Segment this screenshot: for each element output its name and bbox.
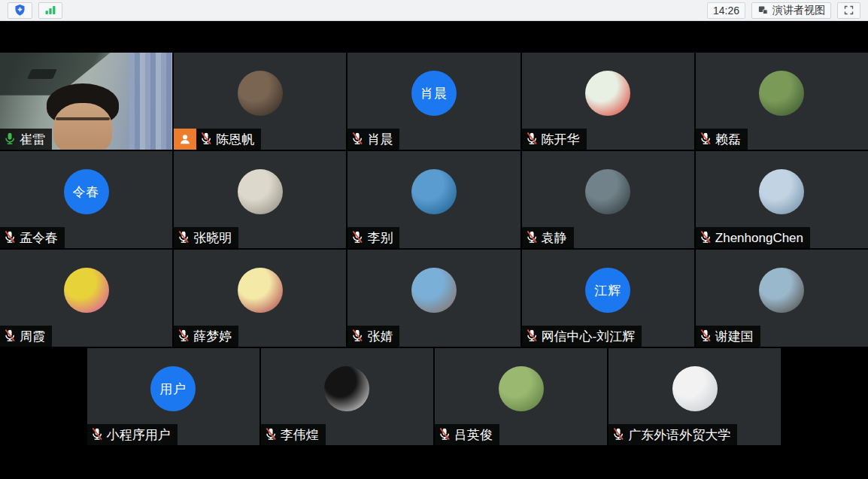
speaker-view-label: 演讲者视图: [772, 4, 825, 17]
participant-name: 广东外语外贸大学: [628, 429, 730, 441]
participant-label: 张婧: [348, 326, 399, 347]
participant-label: 谢建国: [696, 326, 760, 347]
participant-name: 吕英俊: [454, 429, 493, 441]
initials-avatar: 江辉: [585, 268, 630, 313]
participant-tile[interactable]: 用户小程序用户: [87, 348, 259, 445]
participant-tile[interactable]: 张晓明: [174, 151, 346, 248]
participant-label-row: 吕英俊: [435, 424, 499, 445]
fullscreen-button[interactable]: [837, 2, 860, 19]
network-signal-button[interactable]: [38, 2, 62, 19]
participant-name: 李伟煌: [281, 429, 319, 441]
participant-label-row: 张晓明: [174, 227, 238, 248]
mic-muted-icon: [199, 132, 213, 147]
photo-avatar: [585, 71, 630, 116]
mic-muted-icon: [351, 329, 364, 344]
participant-label: 孟令春: [0, 227, 65, 248]
mic-muted-icon: [3, 230, 17, 246]
participant-label: 崔雷: [0, 129, 52, 150]
mic-muted-icon: [177, 329, 190, 344]
participant-tile[interactable]: 周霞: [0, 250, 172, 347]
participant-label: 陈开华: [522, 129, 587, 150]
photo-avatar: [499, 366, 544, 411]
speaker-view-button[interactable]: 演讲者视图: [751, 2, 831, 19]
security-shield-button[interactable]: [8, 2, 32, 19]
participant-tile[interactable]: 薛梦婷: [174, 250, 346, 347]
topbar: 14:26 演讲者视图: [0, 0, 868, 21]
participant-label-row: 广东外语外贸大学: [609, 424, 737, 445]
participant-tile[interactable]: 谢建国: [696, 250, 868, 347]
participant-name: 薛梦婷: [193, 330, 232, 343]
participant-name: 陈恩帆: [216, 133, 254, 146]
photo-avatar: [759, 268, 804, 313]
photo-avatar: [411, 169, 457, 214]
mic-muted-icon: [525, 132, 539, 147]
participant-tile[interactable]: 广东外语外贸大学: [609, 348, 781, 445]
participant-label-row: 谢建国: [696, 326, 760, 347]
participant-tile[interactable]: 江辉网信中心-刘江辉: [522, 250, 694, 347]
participant-label: 袁静: [522, 227, 574, 248]
participant-name: 李别: [367, 232, 393, 244]
photo-avatar: [238, 268, 283, 313]
video-grid: 崔雷陈恩帆肖晨肖晨陈开华赖磊令春孟令春张晓明李别袁静ZhenhongChen周霞…: [0, 53, 868, 445]
participant-label: ZhenhongChen: [696, 227, 810, 248]
participant-tile[interactable]: 崔雷: [0, 53, 172, 150]
participant-label: 薛梦婷: [174, 326, 238, 347]
photo-avatar: [759, 169, 804, 214]
participant-label-row: 陈开华: [522, 129, 587, 150]
participant-name: 张婧: [367, 330, 393, 343]
meeting-window: 14:26 演讲者视图 崔雷陈恩帆肖晨肖晨陈开华赖磊令: [0, 0, 868, 479]
participant-label-row: 孟令春: [0, 227, 65, 248]
participant-tile[interactable]: 赖磊: [696, 53, 868, 150]
participant-tile[interactable]: ZhenhongChen: [696, 151, 868, 248]
participant-label: 李别: [348, 227, 399, 248]
participant-tile[interactable]: 张婧: [348, 250, 520, 347]
participant-label-row: 网信中心-刘江辉: [522, 326, 642, 347]
grid-row: 周霞薛梦婷张婧江辉网信中心-刘江辉谢建国: [0, 250, 868, 347]
participant-tile[interactable]: 陈恩帆: [174, 53, 346, 150]
photo-avatar: [324, 366, 369, 411]
participant-name: 赖磊: [715, 133, 741, 146]
participant-label-row: 小程序用户: [87, 424, 178, 445]
topbar-left: [5, 2, 65, 19]
mic-muted-icon: [264, 427, 278, 443]
mic-muted-icon: [699, 132, 712, 147]
participant-label: 李伟煌: [261, 424, 326, 445]
participant-label: 周霞: [0, 326, 52, 347]
participant-label-row: 袁静: [522, 227, 574, 248]
initials-avatar: 令春: [64, 169, 109, 214]
participant-label-row: 周霞: [0, 326, 52, 347]
participant-label-row: 崔雷: [0, 129, 52, 150]
participant-name: ZhenhongChen: [715, 232, 803, 244]
topbar-right: 14:26 演讲者视图: [704, 2, 863, 19]
grid-row: 用户小程序用户李伟煌吕英俊广东外语外贸大学: [0, 348, 868, 445]
participant-label: 广东外语外贸大学: [609, 424, 737, 445]
mic-muted-icon: [3, 329, 17, 344]
mic-muted-icon: [525, 329, 539, 344]
participant-name: 陈开华: [542, 133, 580, 146]
participant-label: 小程序用户: [87, 424, 178, 445]
participant-tile[interactable]: 令春孟令春: [0, 151, 172, 248]
participant-name: 袁静: [542, 232, 567, 244]
participant-tile[interactable]: 肖晨肖晨: [348, 53, 520, 150]
clock-time: 14:26: [713, 5, 739, 17]
fullscreen-icon: [843, 5, 854, 16]
host-badge: [174, 129, 196, 150]
participant-tile[interactable]: 袁静: [522, 151, 694, 248]
participant-name: 张晓明: [193, 232, 232, 244]
mic-muted-icon: [177, 230, 190, 246]
participant-label-row: 薛梦婷: [174, 326, 238, 347]
participant-label-row: 赖磊: [696, 129, 748, 150]
participant-label-row: 李伟煌: [261, 424, 326, 445]
participant-tile[interactable]: 陈开华: [522, 53, 694, 150]
participant-label: 张晓明: [174, 227, 238, 248]
clock: 14:26: [707, 2, 745, 19]
participant-label-row: 张婧: [348, 326, 399, 347]
participant-label-row: 肖晨: [348, 129, 399, 150]
participant-tile[interactable]: 李别: [348, 151, 520, 248]
photo-avatar: [411, 268, 457, 313]
initials-avatar: 肖晨: [411, 71, 457, 116]
initials-avatar: 用户: [150, 366, 196, 411]
participant-tile[interactable]: 李伟煌: [261, 348, 433, 445]
participant-tile[interactable]: 吕英俊: [435, 348, 607, 445]
mic-muted-icon: [90, 427, 104, 443]
